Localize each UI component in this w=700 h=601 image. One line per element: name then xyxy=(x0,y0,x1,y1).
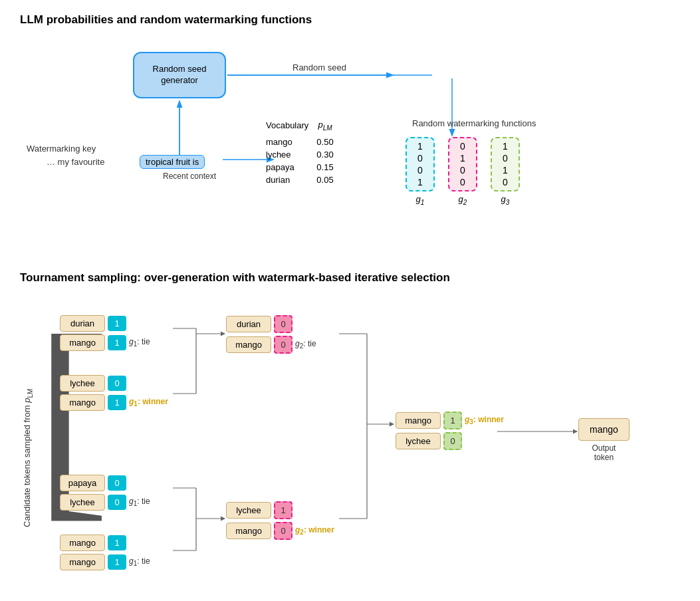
token-val: 1 xyxy=(108,535,126,550)
rsg-box: Random seedgenerator xyxy=(133,52,226,98)
wm-func-2: 0100g2 xyxy=(448,137,477,206)
token-name: durian xyxy=(226,316,271,332)
vocab-col1-header: Vocabulary xyxy=(266,118,316,136)
vocab-area: Vocabulary pLM mango0.50lychee0.30papaya… xyxy=(266,118,342,186)
token-val: 1 xyxy=(274,501,292,519)
token-name: durian xyxy=(60,315,105,332)
wm-cell-value: 1 xyxy=(456,153,469,164)
token-name: mango xyxy=(60,394,105,411)
token-row: durian0 xyxy=(226,315,316,333)
recent-context-label: Recent context xyxy=(150,172,229,181)
token-row: mango0g2: winner xyxy=(226,522,334,540)
rsg-label: Random seedgenerator xyxy=(153,64,207,86)
wm-func-label-1: g1 xyxy=(416,194,425,206)
vocab-row: durian0.05 xyxy=(266,174,342,186)
wm-cell-value: 0 xyxy=(413,153,427,164)
token-val: 1 xyxy=(443,412,462,429)
round-label: g2: tie xyxy=(295,339,316,350)
output-label: Outputtoken xyxy=(578,443,630,462)
wm-cell-value: 0 xyxy=(456,165,469,176)
vocab-col2-header: pLM xyxy=(316,118,341,136)
output-area: mango Outputtoken xyxy=(578,418,630,462)
token-row: lychee1 xyxy=(226,501,334,519)
wm-func-3: 1010g3 xyxy=(491,137,520,206)
vocab-row: lychee0.30 xyxy=(266,148,342,161)
round-label: g1: tie xyxy=(129,337,150,348)
top-section: Random seed Watermarking key Random seed… xyxy=(20,39,680,251)
token-row: mango1 xyxy=(60,535,150,551)
token-name: lychee xyxy=(60,375,105,392)
token-name: lychee xyxy=(226,502,271,519)
token-val: 0 xyxy=(443,432,462,450)
candidate-label-container: Candidate tokens sampled from pLM xyxy=(21,295,35,601)
r1-group3: papaya0lychee0g1: tie xyxy=(60,475,150,511)
vocab-row: papaya0.15 xyxy=(266,161,342,174)
vocab-prob: 0.15 xyxy=(316,161,341,174)
token-row: durian1 xyxy=(60,315,150,332)
token-name: mango xyxy=(226,523,271,539)
prefix-text: … my favourite xyxy=(47,157,104,167)
tournament-area: Candidate tokens sampled from pLM [ duri… xyxy=(20,295,680,601)
round-label: g1: tie xyxy=(129,497,150,507)
r2-group2: lychee1mango0g2: winner xyxy=(226,501,334,540)
round-label: g1: tie xyxy=(129,556,150,567)
vocab-word: papaya xyxy=(266,161,316,174)
wm-cell-value: 1 xyxy=(413,141,427,152)
r3-group: mango1 g3: winnerlychee0 xyxy=(396,412,504,450)
token-val: 0 xyxy=(274,336,292,354)
token-val: 1 xyxy=(108,395,126,410)
rwf-label: Random watermarking functions xyxy=(412,118,536,128)
token-name: mango xyxy=(226,336,271,353)
vocab-prob: 0.50 xyxy=(316,136,341,148)
bottom-title: Tournament sampling: over-generation wit… xyxy=(20,271,680,285)
svg-text:Random seed: Random seed xyxy=(292,62,346,72)
output-token-box: mango xyxy=(578,418,630,441)
token-name: lychee xyxy=(60,494,105,511)
r1-group4: mango1mango1g1: tie xyxy=(60,535,150,570)
candidate-label: Candidate tokens sampled from pLM xyxy=(22,389,34,527)
token-val: 0 xyxy=(108,495,126,510)
vocab-word: durian xyxy=(266,174,316,186)
context-box: tropical fruit is xyxy=(140,155,205,169)
token-val: 1 xyxy=(108,554,126,570)
wm-cell-value: 0 xyxy=(499,153,512,164)
wm-func-1: 1001g1 xyxy=(406,137,435,206)
token-name: mango xyxy=(60,535,105,551)
wm-cell-value: 0 xyxy=(456,177,469,187)
vocab-word: lychee xyxy=(266,148,316,161)
token-row: mango1 g3: winner xyxy=(396,412,504,429)
token-val: 0 xyxy=(108,475,126,491)
token-row: papaya0 xyxy=(60,475,150,491)
token-name: mango xyxy=(60,334,105,351)
bottom-section: Tournament sampling: over-generation wit… xyxy=(20,271,680,601)
token-row: lychee0g1: tie xyxy=(60,494,150,511)
wm-functions-row: 1001g10100g21010g3 xyxy=(406,137,520,206)
wm-cell-value: 0 xyxy=(499,177,512,187)
token-row: mango0g2: tie xyxy=(226,336,316,354)
token-name: papaya xyxy=(60,475,105,491)
wm-cell-value: 0 xyxy=(413,165,427,176)
r2-group1: durian0mango0g2: tie xyxy=(226,315,316,354)
token-val: 1 xyxy=(108,335,126,350)
token-row: lychee0 xyxy=(60,375,168,392)
wm-cell-value: 1 xyxy=(499,141,512,152)
wm-func-label-2: g2 xyxy=(459,194,467,206)
token-row: mango1g1: winner xyxy=(60,394,168,411)
round-label: g1: winner xyxy=(129,397,168,408)
vocab-prob: 0.05 xyxy=(316,174,341,186)
wm-cell-value: 1 xyxy=(499,165,512,176)
token-name: mango xyxy=(396,412,441,429)
token-val: 0 xyxy=(274,522,292,540)
wm-cell-value: 1 xyxy=(413,177,427,187)
token-val: 0 xyxy=(108,376,126,391)
vocab-word: mango xyxy=(266,136,316,148)
token-val: 0 xyxy=(274,315,292,333)
wm-cell-value: 0 xyxy=(456,141,469,152)
svg-text:Watermarking key: Watermarking key xyxy=(27,144,96,154)
top-arrows-svg: Random seed Watermarking key xyxy=(20,39,680,251)
vocab-table: Vocabulary pLM mango0.50lychee0.30papaya… xyxy=(266,118,342,186)
token-row: mango1g1: tie xyxy=(60,334,150,351)
vocab-row: mango0.50 xyxy=(266,136,342,148)
r3-label: g3: winner xyxy=(465,415,504,425)
token-name: mango xyxy=(60,554,105,570)
